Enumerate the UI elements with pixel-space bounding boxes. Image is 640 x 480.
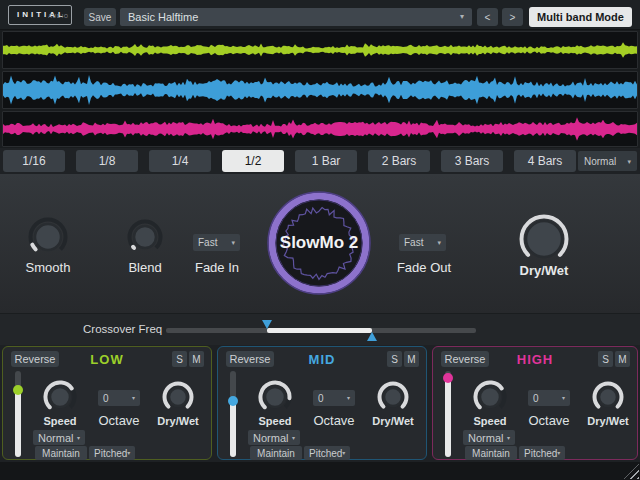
crossover-label: Crossover Freq	[83, 323, 162, 335]
playback-mode-dropdown[interactable]: Normal ▾	[578, 151, 637, 171]
maintain-button[interactable]: Maintain	[465, 446, 517, 460]
pitch-mode-dropdown[interactable]: Pitched ▾	[89, 446, 135, 460]
main-dry-wet-label: Dry/Wet	[512, 263, 576, 278]
band-dry-wet-label: Dry/Wet	[578, 415, 638, 427]
maintain-button[interactable]: Maintain	[35, 446, 87, 460]
crossover-section: Crossover Freq	[0, 313, 640, 345]
band-dry-wet-knob[interactable]	[592, 381, 624, 413]
band-octave-label: Octave	[521, 413, 577, 428]
bands-row: Reverse LOW S M Speed 0 ▾ Octave Dry/Wet…	[0, 345, 640, 462]
save-button[interactable]: Save	[84, 8, 116, 26]
waveform-display-area	[0, 30, 640, 148]
time-button-1-bar[interactable]: 1 Bar	[295, 150, 357, 172]
chevron-down-icon: ▾	[507, 435, 510, 441]
band-octave-label: Octave	[91, 413, 147, 428]
band-level-fill	[230, 401, 236, 457]
band-level-handle[interactable]	[443, 373, 453, 383]
band-dry-wet-label: Dry/Wet	[148, 415, 208, 427]
band-panel-mid: Reverse MID S M Speed 0 ▾ Octave Dry/Wet…	[217, 346, 427, 460]
band-mode-value: Normal	[253, 432, 288, 444]
time-division-row: 1/161/81/41/21 Bar2 Bars3 Bars4 Bars Nor…	[0, 148, 640, 174]
chevron-down-icon: ▾	[460, 13, 464, 21]
crossover-low-handle[interactable]	[262, 320, 272, 329]
main-dry-wet-knob[interactable]	[519, 214, 569, 264]
band-level-handle[interactable]	[228, 396, 238, 406]
crossover-track[interactable]	[166, 328, 476, 333]
chevron-down-icon: ▾	[132, 395, 135, 401]
chevron-down-icon: ▾	[347, 395, 350, 401]
chevron-down-icon: ▾	[437, 239, 441, 246]
logo-subtext: AUDIO	[48, 7, 69, 25]
multi-band-mode-button[interactable]: Multi band Mode	[529, 7, 632, 27]
fade-in-label: Fade In	[188, 260, 246, 275]
mid-band-waveform	[3, 72, 637, 108]
band-level-fill	[445, 378, 451, 457]
time-button-1-4[interactable]: 1/4	[149, 150, 211, 172]
band-speed-knob[interactable]	[473, 380, 507, 414]
chevron-down-icon: ▾	[77, 435, 80, 441]
band-level-slider[interactable]	[228, 371, 238, 457]
band-level-slider[interactable]	[13, 371, 23, 457]
band-mode-value: Normal	[38, 432, 73, 444]
band-mode-dropdown[interactable]: Normal ▾	[33, 430, 85, 445]
maintain-button[interactable]: Maintain	[250, 446, 302, 460]
octave-dropdown[interactable]: 0 ▾	[98, 390, 140, 406]
fade-in-value: Fast	[198, 237, 217, 248]
band-dry-wet-knob[interactable]	[377, 381, 409, 413]
chevron-down-icon: ▾	[562, 395, 565, 401]
time-button-1-2[interactable]: 1/2	[222, 150, 284, 172]
band-mode-dropdown[interactable]: Normal ▾	[248, 430, 300, 445]
top-bar: INITIAL AUDIO Save Basic Halftime ▾ < > …	[0, 0, 640, 30]
solo-button[interactable]: S	[598, 351, 613, 367]
chevron-down-icon: ▾	[557, 450, 560, 456]
crossover-high-handle[interactable]	[367, 332, 377, 341]
smooth-knob[interactable]	[28, 217, 68, 257]
low-band-waveform	[3, 32, 637, 68]
octave-dropdown[interactable]: 0 ▾	[528, 390, 570, 406]
mute-button[interactable]: M	[615, 351, 630, 367]
time-button-1-8[interactable]: 1/8	[76, 150, 138, 172]
plugin-title: SlowMo 2	[265, 233, 373, 253]
pitch-mode-value: Pitched	[309, 448, 342, 459]
band-speed-knob[interactable]	[43, 380, 77, 414]
chevron-down-icon: ▾	[627, 158, 631, 165]
band-level-handle[interactable]	[13, 385, 23, 395]
pitch-mode-value: Pitched	[94, 448, 127, 459]
band-level-fill	[15, 390, 21, 457]
pitch-mode-dropdown[interactable]: Pitched ▾	[519, 446, 565, 460]
fade-in-dropdown[interactable]: Fast ▾	[193, 234, 240, 251]
solo-button[interactable]: S	[172, 351, 187, 367]
time-button-2-bars[interactable]: 2 Bars	[368, 150, 430, 172]
mute-button[interactable]: M	[404, 351, 419, 367]
time-button-4-bars[interactable]: 4 Bars	[514, 150, 576, 172]
playback-mode-value: Normal	[584, 156, 616, 167]
octave-value: 0	[533, 393, 539, 404]
band-speed-knob[interactable]	[258, 380, 292, 414]
slowmo-logo-circle: SlowMo 2	[265, 189, 373, 297]
blend-knob[interactable]	[127, 219, 163, 255]
band-level-slider[interactable]	[443, 371, 453, 457]
band-octave-label: Octave	[306, 413, 362, 428]
slowmo2-plugin-window: INITIAL AUDIO Save Basic Halftime ▾ < > …	[0, 0, 640, 480]
chevron-down-icon: ▾	[292, 435, 295, 441]
band-dry-wet-label: Dry/Wet	[363, 415, 423, 427]
prev-preset-button[interactable]: <	[477, 8, 498, 26]
time-button-1-16[interactable]: 1/16	[3, 150, 65, 172]
octave-dropdown[interactable]: 0 ▾	[313, 390, 355, 406]
initial-audio-logo: INITIAL AUDIO	[8, 5, 72, 25]
mute-button[interactable]: M	[189, 351, 204, 367]
fade-out-dropdown[interactable]: Fast ▾	[399, 234, 446, 251]
pitch-mode-dropdown[interactable]: Pitched ▾	[304, 446, 350, 460]
resize-handle-icon[interactable]	[624, 464, 639, 479]
preset-dropdown[interactable]: Basic Halftime ▾	[120, 8, 472, 26]
fade-out-value: Fast	[404, 237, 423, 248]
time-button-3-bars[interactable]: 3 Bars	[441, 150, 503, 172]
solo-button[interactable]: S	[387, 351, 402, 367]
band-mode-dropdown[interactable]: Normal ▾	[463, 430, 515, 445]
band-dry-wet-knob[interactable]	[162, 381, 194, 413]
band-panel-low: Reverse LOW S M Speed 0 ▾ Octave Dry/Wet…	[2, 346, 212, 460]
waveform-panel-low	[2, 31, 638, 69]
next-preset-button[interactable]: >	[502, 8, 523, 26]
crossover-range-fill	[267, 328, 372, 333]
chevron-down-icon: ▾	[342, 450, 345, 456]
